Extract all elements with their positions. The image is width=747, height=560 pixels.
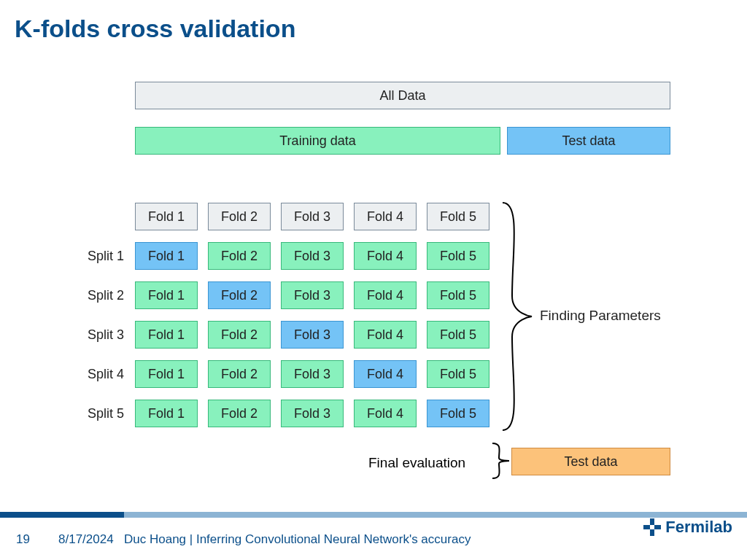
split-label: Split 4 (58, 360, 124, 388)
final-testdata-box: Test data (511, 448, 670, 475)
final-eval-label: Final evaluation (368, 455, 465, 471)
fold-box: Fold 2 (208, 281, 271, 309)
fold-box: Fold 3 (281, 203, 344, 230)
byline: Duc Hoang | Inferring Convolutional Neur… (124, 532, 471, 547)
split-label: Split 5 (58, 400, 124, 427)
fold-box: Fold 1 (135, 360, 198, 388)
fold-box: Fold 4 (354, 281, 417, 309)
fold-row: Fold 1Fold 2Fold 3Fold 4Fold 5 (135, 321, 489, 349)
fold-row: Fold 1Fold 2Fold 3Fold 4Fold 5 (135, 203, 489, 230)
fold-row: Fold 1Fold 2Fold 3Fold 4Fold 5 (135, 242, 489, 270)
fold-box: Fold 5 (427, 242, 489, 270)
fermilab-logo: Fermilab (643, 518, 732, 537)
fold-row: Fold 1Fold 2Fold 3Fold 4Fold 5 (135, 360, 489, 388)
fold-box: Fold 4 (354, 400, 417, 427)
svg-rect-2 (650, 525, 654, 529)
fold-box: Fold 1 (135, 321, 198, 349)
fold-grid: Fold 1Fold 2Fold 3Fold 4Fold 5Fold 1Fold… (135, 203, 489, 427)
fold-box: Fold 3 (281, 321, 344, 349)
logo-text: Fermilab (665, 518, 732, 537)
finding-parameters-label: Finding Parameters (540, 308, 661, 324)
fold-box: Fold 2 (208, 400, 271, 427)
brace-icon (499, 201, 535, 432)
fold-box: Fold 4 (354, 242, 417, 270)
fold-box: Fold 4 (354, 360, 417, 388)
split-label: Split 3 (58, 321, 124, 349)
alldata-box: All Data (135, 82, 670, 109)
fold-box: Fold 3 (281, 242, 344, 270)
training-box: Training data (135, 127, 500, 155)
fold-box: Fold 4 (354, 203, 417, 230)
fold-box: Fold 3 (281, 360, 344, 388)
brace-small-icon (489, 442, 511, 480)
fold-box: Fold 3 (281, 400, 344, 427)
fold-box: Fold 1 (135, 400, 198, 427)
fold-box: Fold 2 (208, 360, 271, 388)
split-label: Split 2 (58, 281, 124, 309)
fold-row: Fold 1Fold 2Fold 3Fold 4Fold 5 (135, 400, 489, 427)
fold-box: Fold 3 (281, 281, 344, 309)
fold-box: Fold 1 (135, 281, 198, 309)
fold-box: Fold 1 (135, 242, 198, 270)
fold-box: Fold 5 (427, 203, 489, 230)
slide-date: 8/17/2024 (58, 532, 114, 547)
fold-box: Fold 5 (427, 281, 489, 309)
fold-box: Fold 2 (208, 321, 271, 349)
testdata-box: Test data (507, 127, 670, 155)
footer-band (0, 512, 747, 518)
fold-row: Fold 1Fold 2Fold 3Fold 4Fold 5 (135, 281, 489, 309)
fold-box: Fold 4 (354, 321, 417, 349)
slide-title: K-folds cross validation (15, 15, 295, 43)
fold-box: Fold 5 (427, 321, 489, 349)
split-label: Split 1 (58, 242, 124, 270)
fold-box: Fold 1 (135, 203, 198, 230)
fold-box: Fold 5 (427, 400, 489, 427)
fold-box: Fold 2 (208, 242, 271, 270)
fold-box: Fold 2 (208, 203, 271, 230)
page-number: 19 (16, 532, 30, 547)
logo-icon (643, 518, 661, 536)
fold-box: Fold 5 (427, 360, 489, 388)
